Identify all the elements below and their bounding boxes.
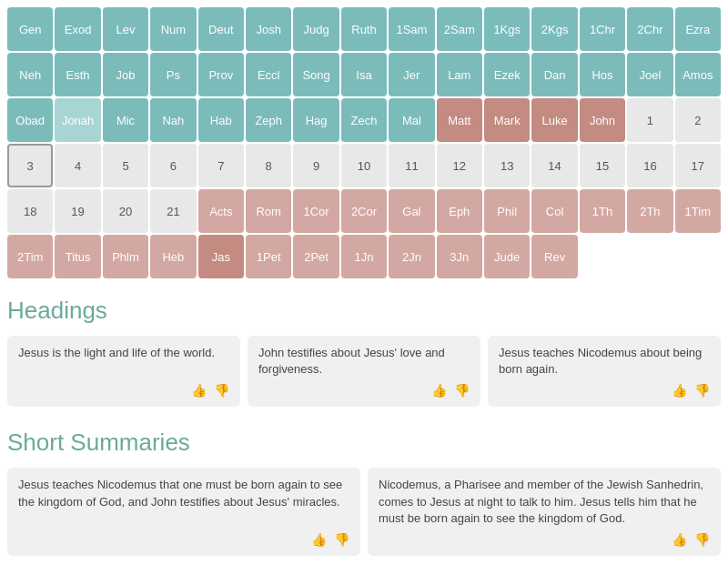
bible-cell-titus[interactable]: Titus [55,235,100,278]
bible-cell-ps[interactable]: Ps [150,53,196,96]
bible-cell-zeph[interactable]: Zeph [246,98,291,142]
summary-card-1: Nicodemus, a Pharisee and member of the … [368,468,721,556]
bible-cell-rev[interactable]: Rev [531,235,577,278]
bible-cell-2kgs[interactable]: 2Kgs [531,7,577,51]
bible-cell-7[interactable]: 7 [198,144,244,187]
bible-cell-2jn[interactable]: 2Jn [389,235,434,278]
bible-cell-jude[interactable]: Jude [484,235,530,278]
bible-cell-1tim[interactable]: 1Tim [675,189,721,233]
bible-cell-jer[interactable]: Jer [389,53,434,96]
bible-cell-1jn[interactable]: 1Jn [341,235,387,278]
bible-cell-15[interactable]: 15 [580,144,625,187]
bible-cell-6[interactable]: 6 [150,144,196,187]
bible-cell-zech[interactable]: Zech [341,98,387,142]
bible-cell-jonah[interactable]: Jonah [55,98,100,142]
bible-cell-obad[interactable]: Obad [7,98,53,142]
bible-cell-mal[interactable]: Mal [389,98,434,142]
thumbup-button[interactable]: 👍 [670,381,689,399]
bible-cell-1sam[interactable]: 1Sam [389,7,434,51]
bible-cell-eccl[interactable]: Eccl [246,53,291,96]
bible-cell-ruth[interactable]: Ruth [341,7,387,51]
bible-cell-num[interactable]: Num [150,7,196,51]
bible-cell-gal[interactable]: Gal [389,189,434,233]
bible-cell-11[interactable]: 11 [389,144,434,187]
bible-cell-1chr[interactable]: 1Chr [580,7,625,51]
thumbup-button[interactable]: 👍 [430,381,449,399]
bible-cell-gen[interactable]: Gen [7,7,53,51]
thumbdown-button[interactable]: 👎 [693,530,712,549]
bible-cell-rom[interactable]: Rom [246,189,291,233]
bible-cell-luke[interactable]: Luke [531,98,577,142]
thumbdown-button[interactable]: 👎 [452,381,471,399]
bible-cell-exod[interactable]: Exod [55,7,100,51]
bible-cell-14[interactable]: 14 [531,144,577,187]
bible-cell-phil[interactable]: Phil [484,189,530,233]
bible-cell-1[interactable]: 1 [627,98,672,142]
bible-cell-josh[interactable]: Josh [246,7,291,51]
bible-cell-lam[interactable]: Lam [437,53,482,96]
bible-cell-19[interactable]: 19 [55,189,100,233]
bible-cell-job[interactable]: Job [103,53,148,96]
thumbdown-button[interactable]: 👎 [212,381,231,399]
thumbup-button[interactable]: 👍 [670,530,689,549]
bible-cell-joel[interactable]: Joel [627,53,672,96]
bible-cell-20[interactable]: 20 [103,189,148,233]
bible-cell-2chr[interactable]: 2Chr [627,7,672,51]
bible-cell-ezek[interactable]: Ezek [484,53,530,96]
bible-cell-amos[interactable]: Amos [675,53,721,96]
bible-cell-deut[interactable]: Deut [198,7,244,51]
bible-cell-13[interactable]: 13 [484,144,530,187]
summary-card-0: Jesus teaches Nicodemus that one must be… [7,468,360,556]
bible-cell-17[interactable]: 17 [675,144,721,187]
bible-cell-eph[interactable]: Eph [437,189,482,233]
thumbdown-button[interactable]: 👎 [693,381,712,399]
bible-cell-john[interactable]: John [580,98,625,142]
bible-cell-18[interactable]: 18 [7,189,53,233]
bible-cell-hag[interactable]: Hag [293,98,339,142]
bible-cell-10[interactable]: 10 [341,144,387,187]
bible-cell-acts[interactable]: Acts [198,189,244,233]
bible-cell-1th[interactable]: 1Th [580,189,625,233]
bible-cell-2th[interactable]: 2Th [627,189,672,233]
bible-cell-21[interactable]: 21 [150,189,196,233]
bible-cell-prov[interactable]: Prov [198,53,244,96]
bible-cell-12[interactable]: 12 [437,144,482,187]
bible-cell-isa[interactable]: Isa [341,53,387,96]
bible-cell-phlm[interactable]: Phlm [103,235,148,278]
bible-cell-judg[interactable]: Judg [293,7,339,51]
bible-cell-1cor[interactable]: 1Cor [293,189,339,233]
bible-cell-2tim[interactable]: 2Tim [7,235,53,278]
bible-cell-2sam[interactable]: 2Sam [437,7,482,51]
bible-cell-16[interactable]: 16 [627,144,672,187]
bible-cell-mic[interactable]: Mic [103,98,148,142]
bible-cell-8[interactable]: 8 [246,144,291,187]
bible-cell-ezra[interactable]: Ezra [675,7,721,51]
bible-cell-matt[interactable]: Matt [437,98,482,142]
bible-cell-dan[interactable]: Dan [531,53,577,96]
bible-cell-4[interactable]: 4 [55,144,100,187]
bible-cell-jas[interactable]: Jas [198,235,244,278]
bible-cell-song[interactable]: Song [293,53,339,96]
thumbup-button[interactable]: 👍 [189,381,208,399]
bible-cell-hos[interactable]: Hos [580,53,625,96]
bible-cell-mark[interactable]: Mark [484,98,530,142]
bible-cell-5[interactable]: 5 [103,144,148,187]
bible-cell-col[interactable]: Col [531,189,577,233]
bible-cell-3[interactable]: 3 [7,144,53,187]
bible-cell-2cor[interactable]: 2Cor [341,189,387,233]
bible-cell-1kgs[interactable]: 1Kgs [484,7,530,51]
summaries-section: Short Summaries Jesus teaches Nicodemus … [0,418,728,565]
bible-cell-nah[interactable]: Nah [150,98,196,142]
bible-cell-hab[interactable]: Hab [198,98,244,142]
bible-cell-3jn[interactable]: 3Jn [437,235,482,278]
thumbup-button[interactable]: 👍 [309,530,329,549]
bible-cell-2pet[interactable]: 2Pet [293,235,339,278]
bible-cell-1pet[interactable]: 1Pet [246,235,291,278]
bible-cell-neh[interactable]: Neh [7,53,53,96]
bible-cell-heb[interactable]: Heb [150,235,196,278]
bible-cell-2[interactable]: 2 [675,98,721,142]
thumbdown-button[interactable]: 👎 [332,530,351,549]
bible-cell-9[interactable]: 9 [293,144,339,187]
bible-cell-esth[interactable]: Esth [55,53,100,96]
bible-cell-lev[interactable]: Lev [103,7,148,51]
